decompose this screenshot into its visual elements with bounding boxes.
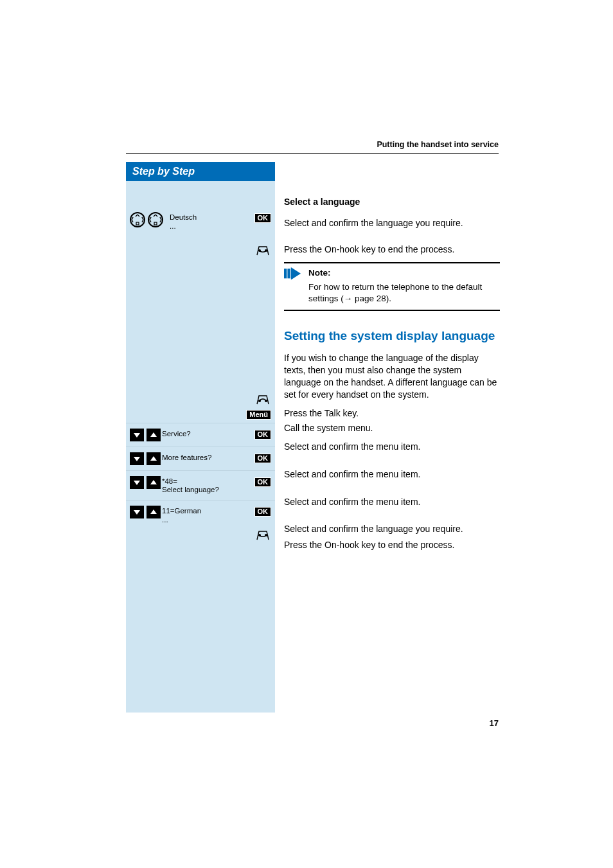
ok-button[interactable]: OK	[254, 430, 272, 439]
menu-button[interactable]: Menü	[246, 410, 271, 420]
menu-option-more-features: More features?	[162, 452, 254, 463]
svg-marker-13	[150, 480, 157, 484]
down-arrow-icon	[130, 452, 144, 465]
svg-marker-8	[134, 433, 140, 438]
instruction-text: Select and confirm the menu item.	[284, 496, 500, 508]
section-heading-system-language: Setting the system display language	[284, 329, 500, 343]
ok-button[interactable]: OK	[254, 213, 272, 223]
instruction-text: Press the On-hook key to end the process…	[284, 244, 500, 256]
up-arrow-icon	[147, 476, 161, 489]
page-number: 17	[490, 718, 499, 728]
subheading-select-language: Select a language	[284, 197, 500, 207]
page-layout: Step by Step Deutsch ... OK	[126, 162, 500, 713]
note-title: Note:	[308, 267, 500, 279]
note-pointer-icon	[284, 267, 301, 280]
nav-control-icon	[130, 212, 145, 227]
nav-control-icon	[148, 212, 163, 227]
menu-option-deutsch: Deutsch ...	[170, 212, 254, 231]
intro-paragraph: If you wish to change the language of th…	[284, 352, 500, 401]
down-arrow-icon	[130, 506, 144, 518]
talk-key-icon	[254, 393, 271, 406]
instruction-text: Press the Talk key.	[284, 407, 500, 420]
svg-marker-15	[150, 509, 157, 514]
step-sidebar: Deutsch ... OK Menü	[126, 181, 275, 713]
svg-marker-11	[150, 456, 157, 461]
note-box: Note: For how to return the telephone to…	[284, 262, 500, 312]
svg-marker-12	[134, 481, 140, 485]
down-arrow-icon	[130, 429, 144, 441]
up-arrow-icon	[147, 506, 161, 518]
menu-option-select-language: *48= Select language?	[162, 476, 254, 495]
instruction-text: Press the On-hook key to end the process…	[284, 539, 500, 551]
svg-marker-9	[150, 432, 157, 437]
ok-button[interactable]: OK	[254, 477, 272, 487]
on-hook-key-icon	[254, 244, 271, 257]
ok-button[interactable]: OK	[254, 507, 272, 517]
up-arrow-icon	[147, 452, 161, 465]
instruction-text: Select and confirm the menu item.	[284, 468, 500, 481]
ok-button[interactable]: OK	[254, 454, 272, 463]
note-body: For how to return the telephone to the d…	[308, 282, 482, 303]
running-header: Putting the handset into service	[126, 140, 499, 154]
svg-marker-14	[134, 510, 140, 515]
menu-option-service: Service?	[162, 429, 254, 439]
instruction-text: Select and confirm the menu item.	[284, 441, 500, 453]
instruction-text: Call the system menu.	[284, 422, 500, 434]
instruction-text: Select and confirm the language you requ…	[284, 213, 500, 229]
content-column: Select a language Select and confirm the…	[275, 181, 500, 713]
down-arrow-icon	[130, 476, 144, 489]
menu-option-german: 11=German ...	[162, 506, 254, 525]
up-arrow-icon	[147, 429, 161, 441]
instruction-text: Select and confirm the language you requ…	[284, 523, 500, 535]
on-hook-key-icon	[254, 529, 271, 542]
sidebar-title: Step by Step	[126, 162, 275, 181]
svg-marker-10	[134, 457, 140, 461]
